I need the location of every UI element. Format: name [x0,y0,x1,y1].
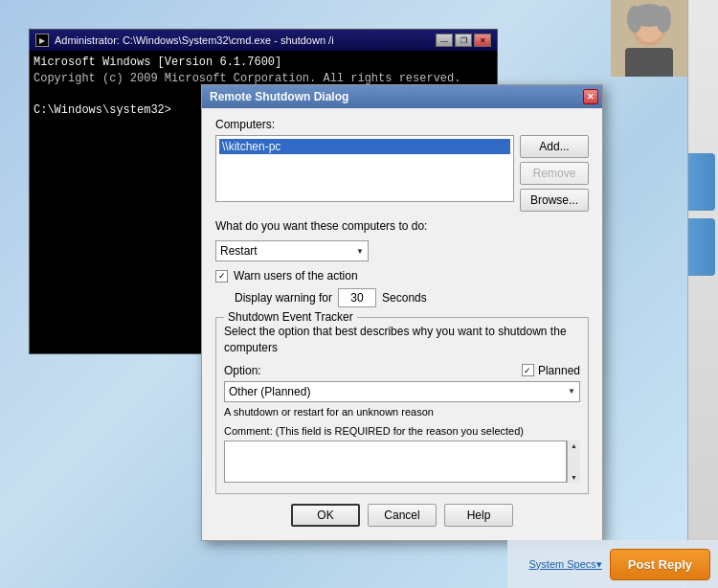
system-specs-label: System Specs [529,558,596,570]
add-button[interactable]: Add... [520,135,589,158]
display-warning-label: Display warning for [235,291,332,305]
system-specs-chevron: ▾ [596,558,602,570]
seconds-label: Seconds [382,291,427,305]
comment-wrapper: ▲ ▼ [224,441,580,486]
cmd-line-1: Microsoft Windows [Version 6.1.7600] [34,55,493,71]
action-dropdown[interactable]: Restart ▼ [215,240,369,261]
shutdown-event-tracker: Shutdown Event Tracker Select the option… [215,317,589,494]
planned-label: Planned [538,364,580,377]
option-value: Other (Planned) [229,385,310,398]
dialog-body: Computers: \\kitchen-pc Add... Remove Br… [202,108,602,540]
computers-row: \\kitchen-pc Add... Remove Browse... [215,135,589,212]
tracker-legend: Shutdown Event Tracker [224,310,357,324]
action-label: What do you want these computers to do: [215,219,427,233]
cmd-title: Administrator: C:\Windows\System32\cmd.e… [55,34,430,46]
tracker-desc: Select the option that best describes wh… [224,324,580,356]
comment-label: Comment: (This field is REQUIRED for the… [224,425,580,437]
sidebar-tab-2[interactable] [688,218,715,276]
post-reply-button[interactable]: Post Reply [610,549,710,580]
action-row: What do you want these computers to do: [215,219,589,233]
help-button[interactable]: Help [444,504,513,527]
cmd-icon: ▶ [35,34,49,47]
option-dropdown[interactable]: Other (Planned) ▼ [224,381,580,402]
planned-checkbox[interactable] [522,364,534,376]
action-dropdown-arrow: ▼ [356,247,364,256]
action-value: Restart [220,244,258,258]
dialog-close-btn[interactable]: ✕ [583,89,598,104]
comment-textarea[interactable] [224,441,567,483]
option-dropdown-arrow: ▼ [568,387,575,396]
warn-row: Warn users of the action [215,269,589,283]
computer-entry[interactable]: \\kitchen-pc [219,139,510,154]
bottom-bar: System Specs▾ Post Reply [507,540,718,588]
cmd-titlebar-buttons: — ❐ ✕ [436,34,491,47]
right-sidebar [687,0,718,588]
computers-label: Computers: [215,118,589,131]
svg-point-6 [656,6,671,33]
dialog-titlebar: Remote Shutdown Dialog ✕ [202,85,602,108]
cmd-close-btn[interactable]: ✕ [474,34,491,47]
avatar [611,0,687,77]
planned-check: Planned [522,364,580,377]
scroll-up-arrow[interactable]: ▲ [571,442,577,449]
option-desc: A shutdown or restart for an unknown rea… [224,406,580,418]
comment-scrollbar[interactable]: ▲ ▼ [567,441,580,483]
option-row: Option: Planned [224,364,580,377]
computers-buttons: Add... Remove Browse... [520,135,589,212]
computers-list[interactable]: \\kitchen-pc [215,135,514,202]
cmd-minimize-btn[interactable]: — [436,34,453,47]
remove-button[interactable]: Remove [520,162,589,185]
remote-shutdown-dialog: Remote Shutdown Dialog ✕ Computers: \\ki… [201,84,603,541]
dialog-footer: OK Cancel Help [215,504,589,527]
display-row: Display warning for Seconds [215,288,589,307]
browse-button[interactable]: Browse... [520,189,589,212]
cmd-titlebar: ▶ Administrator: C:\Windows\System32\cmd… [30,30,497,51]
sidebar-tab-1[interactable] [688,153,715,211]
svg-point-5 [627,6,642,33]
svg-rect-2 [625,48,673,77]
option-label: Option: [224,364,261,377]
system-specs-link[interactable]: System Specs▾ [529,558,602,571]
ok-button[interactable]: OK [291,504,360,527]
dialog-title: Remote Shutdown Dialog [210,90,348,103]
cancel-button[interactable]: Cancel [368,504,437,527]
scroll-down-arrow[interactable]: ▼ [571,474,577,481]
cmd-restore-btn[interactable]: ❐ [455,34,472,47]
warn-label: Warn users of the action [234,269,358,283]
display-value-input[interactable] [338,288,376,307]
warn-checkbox[interactable] [215,270,228,283]
